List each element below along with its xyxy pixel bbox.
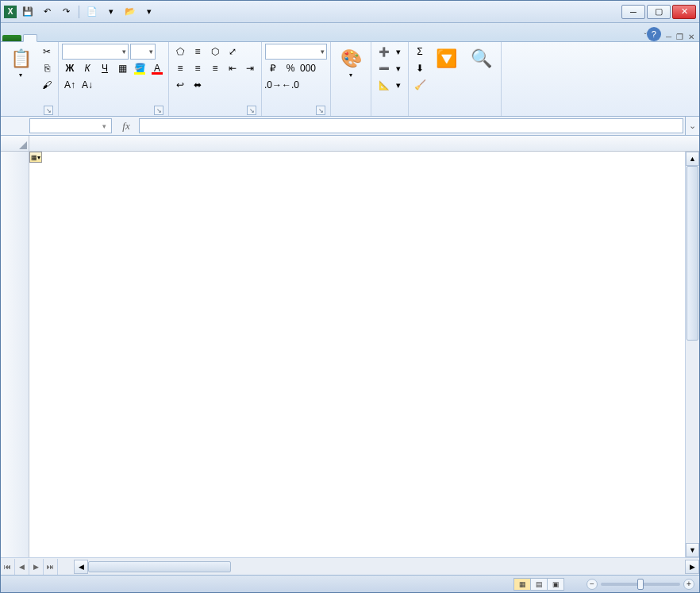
increase-decimal-icon[interactable]: .0→ — [265, 77, 281, 93]
hscroll-thumb[interactable] — [88, 561, 231, 572]
tab-view[interactable] — [109, 34, 123, 41]
font-size-combo[interactable] — [130, 44, 156, 60]
scroll-track[interactable] — [686, 166, 699, 543]
tab-addins[interactable] — [137, 34, 152, 41]
hscroll-track[interactable] — [88, 560, 685, 574]
delete-cells-button[interactable]: ➖ ▾ — [375, 60, 405, 76]
workbook-minimize-icon[interactable]: ─ — [666, 33, 671, 41]
bold-button[interactable]: Ж — [62, 60, 78, 76]
font-launcher[interactable]: ↘ — [154, 106, 163, 115]
sheet-first-icon[interactable]: ⏮ — [1, 559, 15, 575]
print-preview-icon[interactable]: 📄 — [84, 4, 100, 20]
grow-font-icon[interactable]: A↑ — [62, 77, 78, 93]
open-icon[interactable]: 📂 — [122, 4, 138, 20]
scroll-left-button[interactable]: ◀ — [74, 560, 88, 574]
scroll-up-button[interactable]: ▲ — [686, 152, 699, 166]
scroll-right-button[interactable]: ▶ — [685, 560, 699, 574]
decrease-decimal-icon[interactable]: ←.0 — [283, 77, 298, 93]
format-cells-button[interactable]: 📐 ▾ — [375, 77, 405, 93]
workbook-restore-icon[interactable]: ❐ — [676, 33, 683, 41]
percent-icon[interactable]: % — [283, 60, 298, 76]
maximize-button[interactable]: ▢ — [647, 5, 671, 19]
tab-formulas[interactable] — [66, 34, 80, 41]
cells-area[interactable]: ▦▾ — [29, 152, 685, 557]
vertical-scrollbar[interactable]: ▲ ▼ — [685, 152, 699, 557]
find-select-button[interactable]: 🔍 — [464, 44, 498, 74]
autofill-options-button[interactable]: ▦▾ — [29, 152, 42, 163]
tab-developer[interactable] — [123, 34, 137, 41]
borders-button[interactable]: ▦ — [114, 60, 130, 76]
shrink-font-icon[interactable]: A↓ — [79, 77, 95, 93]
view-page-break-icon[interactable]: ▣ — [547, 578, 564, 591]
zoom-out-button[interactable]: − — [587, 579, 598, 590]
sheet-last-icon[interactable]: ⏭ — [44, 559, 58, 575]
cell-styles-button[interactable]: 🎨 ▾ — [334, 44, 367, 81]
qat-more-icon[interactable]: ▾ — [103, 4, 119, 20]
name-box[interactable]: ▾ — [29, 118, 112, 133]
align-center-icon[interactable]: ≡ — [190, 60, 206, 76]
qat-customize-icon[interactable]: ▾ — [141, 4, 157, 20]
font-color-button[interactable]: A — [149, 60, 165, 76]
workbook-close-icon[interactable]: ✕ — [688, 33, 694, 41]
tab-layout[interactable] — [52, 34, 66, 41]
file-tab[interactable] — [2, 35, 21, 41]
formula-input[interactable] — [139, 118, 683, 133]
clipboard-launcher[interactable]: ↘ — [44, 106, 53, 115]
zoom-in-button[interactable]: + — [683, 579, 694, 590]
autosum-icon[interactable]: Σ — [412, 44, 428, 60]
tab-data[interactable] — [80, 34, 94, 41]
decrease-indent-icon[interactable]: ⇤ — [225, 60, 240, 76]
insert-cells-button[interactable]: ➕ ▾ — [375, 44, 405, 60]
undo-icon[interactable]: ↶ — [39, 4, 55, 20]
cut-icon[interactable]: ✂ — [39, 44, 55, 60]
orientation-icon[interactable]: ⤢ — [225, 44, 240, 60]
format-painter-icon[interactable]: 🖌 — [39, 77, 55, 93]
increase-indent-icon[interactable]: ⇥ — [242, 60, 258, 76]
sheet-next-icon[interactable]: ▶ — [29, 559, 44, 575]
scroll-down-button[interactable]: ▼ — [686, 543, 699, 557]
tab-insert[interactable] — [37, 34, 52, 41]
paste-button[interactable]: 📋 ▾ — [4, 44, 37, 81]
fill-color-button[interactable]: 🪣 — [132, 60, 148, 76]
column-headers — [1, 136, 699, 152]
tab-review[interactable] — [94, 34, 109, 41]
wrap-text-icon[interactable]: ↩ — [172, 77, 188, 93]
comma-icon[interactable]: 000 — [300, 60, 316, 76]
fx-icon[interactable]: fx — [117, 120, 136, 133]
zoom-thumb[interactable] — [637, 579, 644, 590]
font-name-combo[interactable] — [62, 44, 129, 60]
italic-button[interactable]: К — [79, 60, 95, 76]
horizontal-scrollbar[interactable]: ◀ ▶ — [74, 560, 699, 574]
sheet-prev-icon[interactable]: ◀ — [15, 559, 29, 575]
align-top-icon[interactable]: ⬠ — [172, 44, 188, 60]
align-middle-icon[interactable]: ≡ — [190, 44, 206, 60]
align-right-icon[interactable]: ≡ — [207, 60, 223, 76]
underline-button[interactable]: Ч — [97, 60, 113, 76]
scroll-thumb[interactable] — [687, 166, 698, 341]
number-launcher[interactable]: ↘ — [316, 106, 325, 115]
help-icon[interactable]: ? — [647, 27, 661, 41]
minimize-button[interactable]: ─ — [621, 5, 645, 19]
tab-abbyy[interactable] — [166, 34, 180, 41]
save-icon[interactable]: 💾 — [20, 4, 36, 20]
tab-home[interactable] — [23, 34, 37, 42]
clear-icon[interactable]: 🧹 — [412, 77, 428, 93]
sort-filter-button[interactable]: 🔽 — [429, 44, 463, 74]
fill-icon[interactable]: ⬇ — [412, 60, 428, 76]
currency-icon[interactable]: ₽ — [265, 60, 281, 76]
align-bottom-icon[interactable]: ⬡ — [207, 44, 223, 60]
copy-icon[interactable]: ⎘ — [39, 60, 55, 76]
number-format-combo[interactable] — [265, 44, 327, 60]
view-page-layout-icon[interactable]: ▤ — [530, 578, 548, 591]
view-normal-icon[interactable]: ▦ — [513, 578, 531, 591]
select-all-button[interactable] — [1, 136, 29, 151]
alignment-launcher[interactable]: ↘ — [247, 106, 256, 115]
align-left-icon[interactable]: ≡ — [172, 60, 188, 76]
window-controls: ─ ▢ ✕ — [621, 5, 696, 19]
redo-icon[interactable]: ↷ — [58, 4, 74, 20]
close-button[interactable]: ✕ — [672, 5, 696, 19]
merge-cells-icon[interactable]: ⬌ — [190, 77, 206, 93]
zoom-slider[interactable] — [601, 583, 680, 586]
tab-foxit[interactable] — [152, 34, 166, 41]
formula-expand-icon[interactable]: ⌄ — [685, 117, 699, 135]
